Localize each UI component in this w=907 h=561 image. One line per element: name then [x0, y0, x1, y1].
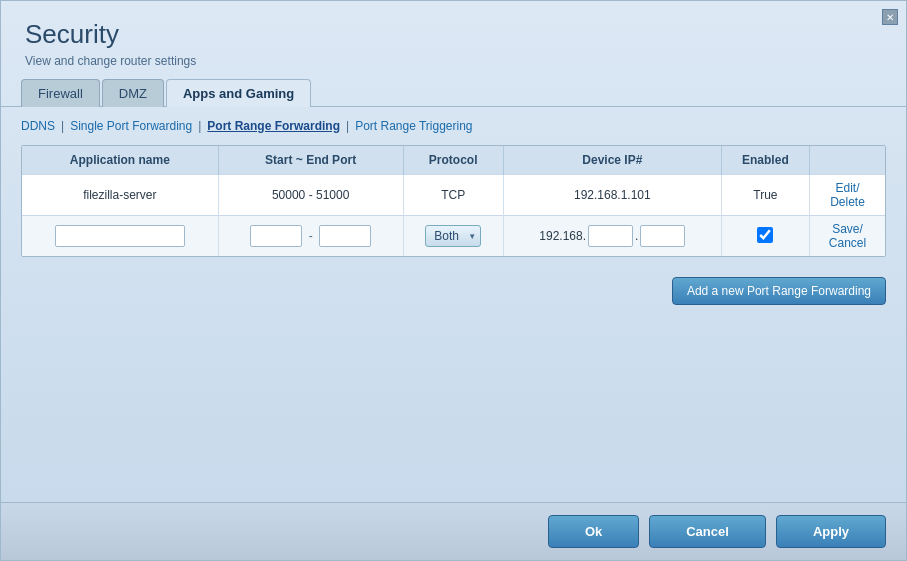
ip-dot-sep: .	[635, 229, 638, 243]
port-separator: -	[309, 229, 313, 243]
cancel-button[interactable]: Cancel	[649, 515, 766, 548]
sub-nav-port-trigger[interactable]: Port Range Triggering	[355, 119, 472, 133]
ok-button[interactable]: Ok	[548, 515, 639, 548]
sep-2: |	[198, 119, 201, 133]
new-start-port-input[interactable]	[250, 225, 302, 247]
add-port-range-button[interactable]: Add a new Port Range Forwarding	[672, 277, 886, 305]
protocol-select[interactable]: Both TCP UDP	[425, 225, 481, 247]
footer: Ok Cancel Apply	[1, 502, 906, 560]
protocol-select-wrapper: Both TCP UDP	[425, 225, 481, 247]
dialog-title: Security	[25, 19, 882, 50]
col-header-action	[810, 146, 885, 175]
tabs-row: Firewall DMZ Apps and Gaming	[1, 78, 906, 107]
tab-firewall[interactable]: Firewall	[21, 79, 100, 107]
ip-part-container: 192.168. .	[514, 225, 711, 247]
security-dialog: ✕ Security View and change router settin…	[0, 0, 907, 561]
cell-new-action: Save/Cancel	[810, 216, 885, 257]
cell-protocol: TCP	[403, 175, 503, 216]
sub-nav-single-port[interactable]: Single Port Forwarding	[70, 119, 192, 133]
col-header-port-range: Start ~ End Port	[218, 146, 403, 175]
sep-3: |	[346, 119, 349, 133]
col-header-enabled: Enabled	[721, 146, 809, 175]
sub-nav-ddns[interactable]: DDNS	[21, 119, 55, 133]
sub-nav: DDNS | Single Port Forwarding | Port Ran…	[21, 119, 886, 133]
col-header-app-name: Application name	[22, 146, 218, 175]
tab-apps-gaming[interactable]: Apps and Gaming	[166, 79, 311, 107]
new-ip-part4-input[interactable]	[640, 225, 685, 247]
save-cancel-button[interactable]: Save/Cancel	[829, 222, 866, 250]
cell-new-device-ip: 192.168. .	[503, 216, 721, 257]
new-ip-part3-input[interactable]	[588, 225, 633, 247]
content-area: DDNS | Single Port Forwarding | Port Ran…	[1, 107, 906, 502]
apply-button[interactable]: Apply	[776, 515, 886, 548]
sep-1: |	[61, 119, 64, 133]
ip-prefix: 192.168.	[539, 229, 586, 243]
close-button[interactable]: ✕	[882, 9, 898, 25]
cell-new-port: -	[218, 216, 403, 257]
port-range-table: Application name Start ~ End Port Protoc…	[21, 145, 886, 257]
cell-new-enabled	[721, 216, 809, 257]
new-end-port-input[interactable]	[319, 225, 371, 247]
dialog-subtitle: View and change router settings	[25, 54, 882, 68]
sub-nav-port-range[interactable]: Port Range Forwarding	[207, 119, 340, 133]
table-header-row: Application name Start ~ End Port Protoc…	[22, 146, 885, 175]
cell-new-app-name	[22, 216, 218, 257]
add-button-row: Add a new Port Range Forwarding	[21, 267, 886, 305]
cell-enabled: True	[721, 175, 809, 216]
cell-device-ip: 192.168.1.101	[503, 175, 721, 216]
cell-port-range: 50000 - 51000	[218, 175, 403, 216]
cell-action: Edit/Delete	[810, 175, 885, 216]
edit-delete-button[interactable]: Edit/Delete	[830, 181, 865, 209]
tab-dmz[interactable]: DMZ	[102, 79, 164, 107]
cell-new-protocol: Both TCP UDP	[403, 216, 503, 257]
cell-app-name: filezilla-server	[22, 175, 218, 216]
col-header-device-ip: Device IP#	[503, 146, 721, 175]
new-enabled-checkbox[interactable]	[757, 227, 773, 243]
new-app-name-input[interactable]	[55, 225, 185, 247]
col-header-protocol: Protocol	[403, 146, 503, 175]
new-entry-row: - Both TCP UDP	[22, 216, 885, 257]
table-row: filezilla-server 50000 - 51000 TCP 192.1…	[22, 175, 885, 216]
dialog-header: Security View and change router settings	[1, 1, 906, 78]
